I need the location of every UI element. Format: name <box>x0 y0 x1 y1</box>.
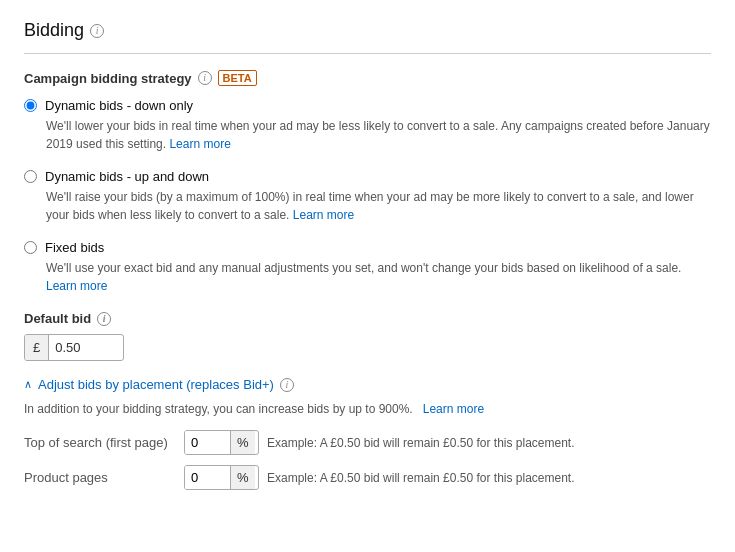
radio-fixed[interactable] <box>24 241 37 254</box>
radio-dynamic-down-label[interactable]: Dynamic bids - down only <box>45 98 193 113</box>
radio-dynamic-down-desc: We'll lower your bids in real time when … <box>46 117 711 153</box>
default-bid-section: Default bid i £ <box>24 311 711 361</box>
page-title-info-icon[interactable]: i <box>90 24 104 38</box>
placement-row-product-pages: Product pages % Example: A £0.50 bid wil… <box>24 465 711 490</box>
adjust-bids-desc: In addition to your bidding strategy, yo… <box>24 400 711 418</box>
radio-dynamic-up-down[interactable] <box>24 170 37 183</box>
beta-badge: BETA <box>218 70 257 86</box>
adjust-bids-title[interactable]: Adjust bids by placement (replaces Bid+) <box>38 377 274 392</box>
placement-example-product-pages: Example: A £0.50 bid will remain £0.50 f… <box>267 471 575 485</box>
section-header: Campaign bidding strategy i BETA <box>24 70 711 86</box>
placement-row-top-search: Top of search (first page) % Example: A … <box>24 430 711 455</box>
radio-fixed-label[interactable]: Fixed bids <box>45 240 104 255</box>
radio-dynamic-up-down-desc: We'll raise your bids (by a maximum of 1… <box>46 188 711 224</box>
page-divider <box>24 53 711 54</box>
radio-dynamic-up-down-label[interactable]: Dynamic bids - up and down <box>45 169 209 184</box>
placement-input-wrap-top-search: % <box>184 430 259 455</box>
radio-option-dynamic-up-down: Dynamic bids - up and down We'll raise y… <box>24 169 711 224</box>
radio-option-dynamic-down: Dynamic bids - down only We'll lower you… <box>24 98 711 153</box>
bid-input-row: £ <box>24 334 124 361</box>
learn-more-dynamic-down[interactable]: Learn more <box>169 137 230 151</box>
radio-dynamic-down[interactable] <box>24 99 37 112</box>
learn-more-dynamic-up-down[interactable]: Learn more <box>293 208 354 222</box>
placement-label-product-pages: Product pages <box>24 470 184 485</box>
placement-example-top-search: Example: A £0.50 bid will remain £0.50 f… <box>267 436 575 450</box>
chevron-up-icon[interactable]: ∧ <box>24 378 32 391</box>
section-header-label: Campaign bidding strategy <box>24 71 192 86</box>
adjust-bids-header: ∧ Adjust bids by placement (replaces Bid… <box>24 377 711 392</box>
campaign-bidding-section: Campaign bidding strategy i BETA Dynamic… <box>24 70 711 295</box>
placement-pct-product-pages: % <box>230 466 255 489</box>
default-bid-label-row: Default bid i <box>24 311 711 326</box>
page-title: Bidding i <box>24 20 711 41</box>
adjust-bids-info-icon[interactable]: i <box>280 378 294 392</box>
placement-label-top-search: Top of search (first page) <box>24 435 184 450</box>
radio-fixed-desc: We'll use your exact bid and any manual … <box>46 259 711 295</box>
bid-currency-symbol: £ <box>25 335 49 360</box>
adjust-bids-section: ∧ Adjust bids by placement (replaces Bid… <box>24 377 711 490</box>
default-bid-info-icon[interactable]: i <box>97 312 111 326</box>
placement-input-wrap-product-pages: % <box>184 465 259 490</box>
section-info-icon[interactable]: i <box>198 71 212 85</box>
learn-more-adjust-bids[interactable]: Learn more <box>423 402 484 416</box>
placement-input-product-pages[interactable] <box>185 466 230 489</box>
bid-input[interactable] <box>49 335 114 360</box>
radio-option-fixed: Fixed bids We'll use your exact bid and … <box>24 240 711 295</box>
placement-pct-top-search: % <box>230 431 255 454</box>
placement-input-top-search[interactable] <box>185 431 230 454</box>
learn-more-fixed[interactable]: Learn more <box>46 279 107 293</box>
